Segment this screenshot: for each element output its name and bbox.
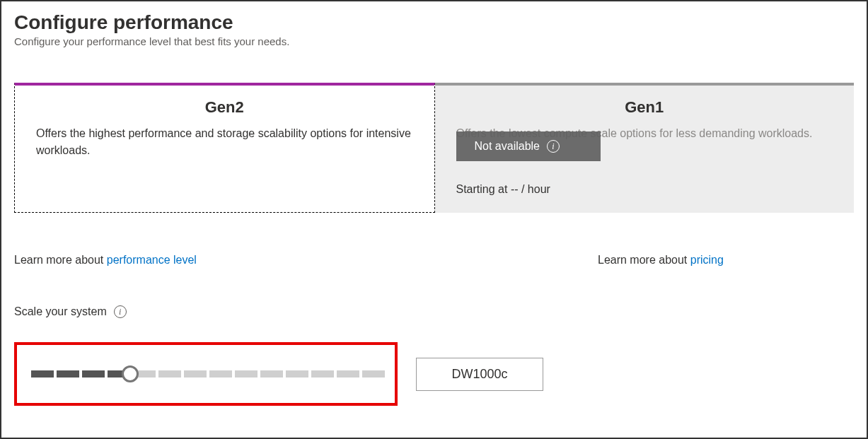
learn-more-row: Learn more about performance level Learn… xyxy=(14,254,854,267)
page-title: Configure performance xyxy=(14,11,854,34)
tier-gen1-title: Gen1 xyxy=(456,98,833,117)
slider-segment xyxy=(311,370,334,377)
slider-segment xyxy=(260,370,283,377)
scale-value-display: DW1000c xyxy=(416,358,543,391)
slider-row: DW1000c xyxy=(14,342,854,406)
learn-perf-prefix: Learn more about xyxy=(14,254,107,266)
learn-perf: Learn more about performance level xyxy=(14,254,598,267)
slider-segment xyxy=(286,370,308,377)
info-icon: i xyxy=(547,140,560,153)
not-available-badge: Not available i xyxy=(456,131,601,161)
info-icon[interactable]: i xyxy=(114,305,127,318)
slider-segment xyxy=(362,370,385,377)
pricing-link[interactable]: pricing xyxy=(690,254,724,266)
tier-gen2-title: Gen2 xyxy=(36,98,413,117)
tier-gen2-desc: Offers the highest performance and stora… xyxy=(36,125,413,159)
slider-segments xyxy=(31,370,385,377)
slider-segment xyxy=(337,370,359,377)
slider-segment xyxy=(31,370,54,377)
slider-segment xyxy=(82,370,105,377)
slider-segment xyxy=(209,370,232,377)
tier-gen2[interactable]: Gen2 Offers the highest performance and … xyxy=(14,83,435,213)
tier-gen1[interactable]: Gen1 Offers the lowest compute scale opt… xyxy=(435,83,855,213)
not-available-text: Not available xyxy=(475,140,540,153)
performance-level-link[interactable]: performance level xyxy=(107,254,197,266)
slider-segment xyxy=(184,370,207,377)
learn-price: Learn more about pricing xyxy=(598,254,854,267)
slider-highlight-box xyxy=(14,342,398,406)
slider-thumb[interactable] xyxy=(122,365,139,382)
slider-segment xyxy=(57,370,79,377)
scale-label: Scale your system xyxy=(14,305,107,318)
scale-slider[interactable] xyxy=(31,370,385,377)
slider-segment xyxy=(158,370,181,377)
page-subtitle: Configure your performance level that be… xyxy=(14,35,854,47)
tier-gen1-starting: Starting at -- / hour xyxy=(456,183,833,196)
scale-label-row: Scale your system i xyxy=(14,305,854,318)
tier-selector: Gen2 Offers the highest performance and … xyxy=(14,83,854,213)
slider-segment xyxy=(235,370,257,377)
learn-price-prefix: Learn more about xyxy=(598,254,690,266)
